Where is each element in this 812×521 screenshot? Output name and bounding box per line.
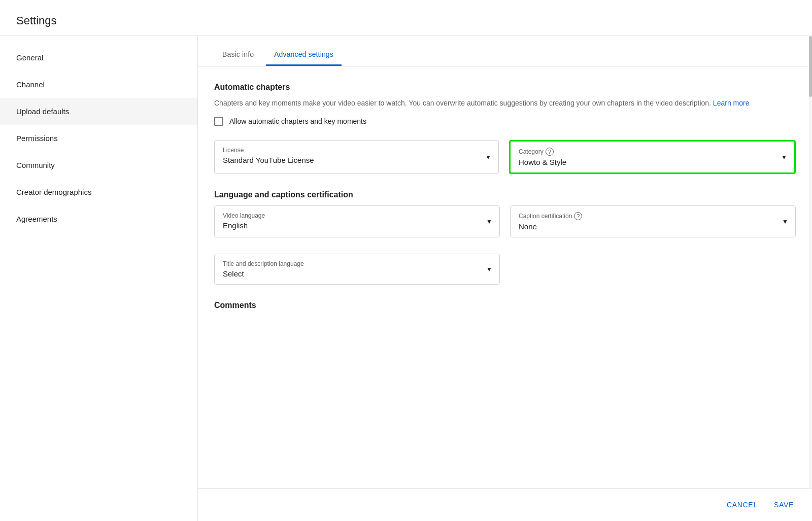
category-value: Howto & Style	[519, 158, 786, 166]
caption-cert-value: None	[519, 222, 787, 231]
caption-cert-label: Caption certification ?	[519, 212, 787, 220]
sidebar-item-agreements[interactable]: Agreements	[0, 205, 197, 232]
scrollbar-track[interactable]	[809, 36, 812, 521]
sidebar-item-upload-defaults[interactable]: Upload defaults	[0, 98, 197, 125]
cancel-button[interactable]: CANCEL	[725, 497, 760, 513]
sidebar-item-permissions[interactable]: Permissions	[0, 125, 197, 152]
category-arrow-icon: ▼	[781, 154, 787, 161]
bottom-bar: CANCEL SAVE	[198, 488, 812, 521]
video-language-label: Video language	[223, 212, 491, 219]
content-area: Basic info Advanced settings Automatic c…	[198, 36, 812, 521]
sidebar-item-creator-demographics[interactable]: Creator demographics	[0, 179, 197, 205]
video-language-arrow-icon: ▼	[486, 218, 492, 225]
title-desc-arrow-icon: ▼	[486, 266, 492, 273]
save-button[interactable]: SAVE	[772, 497, 796, 513]
scrollbar-thumb[interactable]	[809, 36, 812, 97]
auto-chapters-checkbox-label: Allow automatic chapters and key moments	[229, 117, 366, 125]
learn-more-link[interactable]: Learn more	[713, 99, 750, 107]
sidebar-item-community[interactable]: Community	[0, 152, 197, 179]
sidebar: General Channel Upload defaults Permissi…	[0, 36, 198, 521]
title-desc-language-dropdown[interactable]: Title and description language Select ▼	[214, 254, 500, 285]
category-help-icon[interactable]: ?	[546, 148, 554, 156]
title-desc-value: Select	[223, 269, 491, 278]
category-label: Category ?	[519, 148, 786, 156]
sidebar-item-channel[interactable]: Channel	[0, 71, 197, 98]
video-language-value: English	[223, 221, 491, 230]
page-title: Settings	[16, 14, 796, 27]
license-arrow-icon: ▼	[485, 154, 491, 161]
caption-certification-dropdown[interactable]: Caption certification ? None ▼	[510, 205, 796, 237]
top-bar: Settings	[0, 0, 812, 36]
license-value: Standard YouTube License	[223, 156, 490, 164]
title-desc-row: Title and description language Select ▼	[214, 254, 796, 285]
comments-title: Comments	[214, 301, 796, 310]
video-caption-row: Video language English ▼ Caption certifi…	[214, 205, 796, 237]
caption-cert-arrow-icon: ▼	[782, 218, 788, 225]
comments-section: Comments	[214, 301, 796, 310]
automatic-chapters-section: Automatic chapters Chapters and key mome…	[214, 83, 796, 126]
tabs-bar: Basic info Advanced settings	[198, 36, 812, 66]
license-label: License	[223, 147, 490, 154]
tab-advanced-settings[interactable]: Advanced settings	[266, 44, 342, 66]
auto-chapters-checkbox[interactable]	[214, 117, 223, 126]
automatic-chapters-title: Automatic chapters	[214, 83, 796, 92]
video-language-dropdown[interactable]: Video language English ▼	[214, 205, 500, 237]
tab-basic-info[interactable]: Basic info	[214, 44, 262, 66]
license-category-row: License Standard YouTube License ▼ Categ…	[214, 140, 796, 174]
language-captions-title: Language and captions certification	[214, 190, 796, 199]
caption-cert-help-icon[interactable]: ?	[574, 212, 582, 220]
license-dropdown[interactable]: License Standard YouTube License ▼	[214, 140, 499, 174]
sidebar-item-general[interactable]: General	[0, 44, 197, 71]
automatic-chapters-desc: Chapters and key moments make your video…	[214, 98, 796, 109]
category-dropdown[interactable]: Category ? Howto & Style ▼	[509, 140, 796, 174]
title-desc-label: Title and description language	[223, 260, 491, 267]
language-captions-section: Language and captions certification Vide…	[214, 190, 796, 285]
